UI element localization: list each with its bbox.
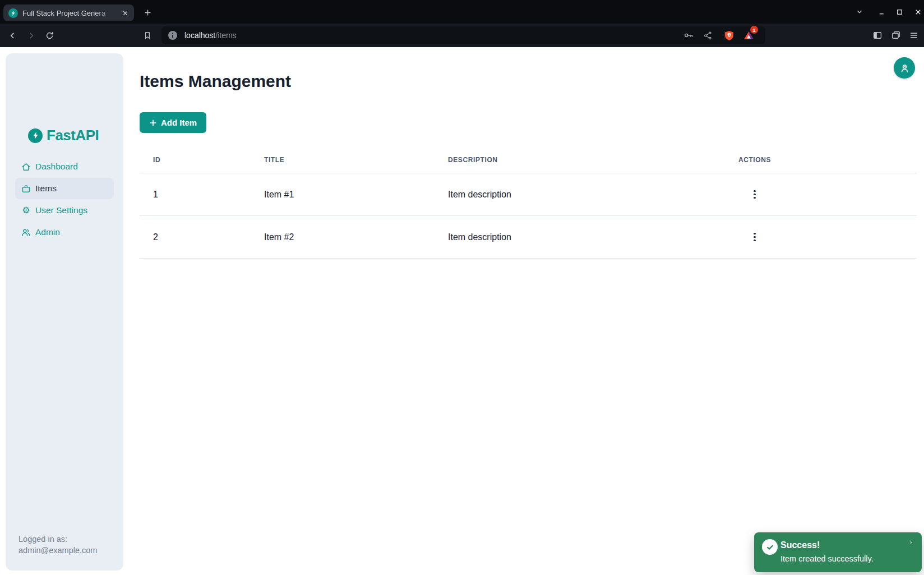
brave-shield-icon[interactable] (722, 29, 736, 42)
logged-in-label: Logged in as: (19, 534, 97, 545)
gear-icon: ⚙ (21, 206, 31, 215)
sidebar-panel-icon[interactable] (871, 29, 884, 42)
window-minimize-button[interactable] (874, 4, 889, 19)
sidebar-item-label: Admin (35, 227, 60, 237)
menu-hamburger-icon[interactable] (907, 29, 921, 42)
bookmark-icon[interactable] (141, 29, 154, 42)
url-bar[interactable]: localhost/items 1 (161, 26, 765, 44)
toast-close-icon[interactable] (906, 537, 916, 548)
url-path: /items (215, 31, 236, 40)
site-info-icon[interactable] (168, 31, 177, 40)
brand-name: FastAPI (47, 127, 99, 144)
browser-window: Full Stack Project Genera (0, 0, 924, 575)
app-sidebar: FastAPI Dashboard Items ⚙ User Settings (6, 53, 123, 571)
item-id-cell: 1 (140, 190, 251, 200)
window-maximize-button[interactable] (892, 4, 907, 19)
table-row: 1 Item #1 Item description (140, 173, 917, 216)
sidebar-item-label: Dashboard (35, 162, 78, 172)
sidebar-item-items[interactable]: Items (15, 178, 114, 199)
items-table: ID TITLE DESCRIPTION ACTIONS 1 Item #1 I… (140, 147, 917, 259)
sidebar-item-label: Items (35, 183, 57, 194)
browser-titlebar: Full Stack Project Genera (0, 0, 924, 24)
window-close-button[interactable] (911, 4, 924, 19)
plus-icon (149, 119, 157, 127)
row-actions-menu-button[interactable] (747, 229, 763, 245)
fastapi-bolt-icon (28, 128, 43, 143)
add-item-label: Add Item (161, 118, 197, 127)
table-row: 2 Item #2 Item description (140, 216, 917, 259)
item-title-cell: Item #2 (251, 232, 435, 242)
row-actions-menu-button[interactable] (747, 187, 763, 203)
fastapi-logo: FastAPI (28, 127, 99, 144)
item-id-cell: 2 (140, 232, 251, 242)
users-icon (21, 228, 31, 237)
fastapi-favicon-icon (8, 8, 18, 18)
item-description-cell: Item description (435, 190, 704, 200)
rewards-notification-badge: 1 (750, 26, 758, 34)
table-header-row: ID TITLE DESCRIPTION ACTIONS (140, 147, 917, 173)
brave-rewards-icon[interactable]: 1 (742, 29, 755, 42)
tab-search-chevron-icon[interactable] (852, 4, 867, 19)
sidebar-item-dashboard[interactable]: Dashboard (15, 156, 114, 177)
item-title-cell: Item #1 (251, 190, 435, 200)
sidebar-item-label: User Settings (35, 205, 87, 215)
url-text: localhost/items (184, 31, 237, 40)
user-icon (899, 62, 911, 74)
sidebar-nav: Dashboard Items ⚙ User Settings Admin (6, 156, 123, 243)
check-circle-icon (762, 539, 778, 555)
wallet-icon[interactable] (889, 29, 903, 42)
success-toast: Success! Item created successfully. (754, 532, 922, 572)
logged-in-info: Logged in as: admin@example.com (19, 534, 97, 556)
user-avatar-button[interactable] (894, 57, 915, 79)
page-title: Items Management (140, 72, 291, 91)
sidebar-item-admin[interactable]: Admin (15, 222, 114, 243)
new-tab-button[interactable] (141, 6, 154, 19)
toast-message: Item created successfully. (780, 554, 874, 563)
col-header-description: DESCRIPTION (435, 156, 704, 164)
password-key-icon[interactable] (682, 29, 695, 42)
reload-button[interactable] (43, 29, 56, 42)
home-icon (21, 162, 31, 172)
sidebar-item-user-settings[interactable]: ⚙ User Settings (15, 200, 114, 221)
tab-title: Full Stack Project Genera (22, 9, 116, 17)
col-header-actions: ACTIONS (704, 156, 806, 164)
back-button[interactable] (6, 29, 19, 42)
logged-in-email: admin@example.com (19, 545, 97, 556)
col-header-title: TITLE (251, 156, 435, 164)
share-icon[interactable] (701, 29, 714, 42)
briefcase-icon (21, 184, 31, 194)
url-host: localhost (184, 31, 215, 40)
browser-toolbar: localhost/items 1 (0, 24, 924, 47)
toast-title: Success! (780, 540, 820, 550)
col-header-id: ID (140, 156, 251, 164)
item-description-cell: Item description (435, 232, 704, 242)
browser-tab[interactable]: Full Stack Project Genera (3, 4, 134, 21)
add-item-button[interactable]: Add Item (140, 112, 206, 133)
forward-button[interactable] (24, 29, 38, 42)
tab-close-icon[interactable] (121, 8, 130, 17)
